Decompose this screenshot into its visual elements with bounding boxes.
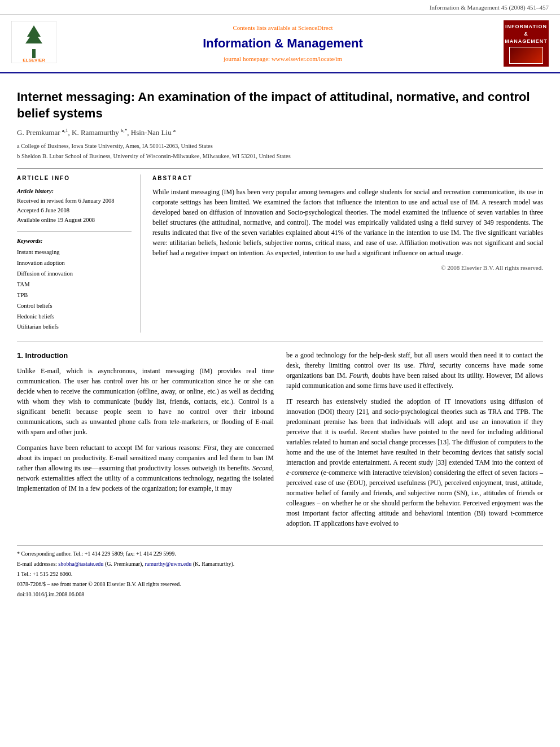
keyword-item: Instant messaging — [17, 247, 132, 258]
abstract-label: ABSTRACT — [152, 174, 543, 182]
sciencedirect-line: Contents lists available at ScienceDirec… — [68, 24, 498, 32]
sciencedirect-link-text[interactable]: ScienceDirect — [298, 24, 333, 31]
intro-para-1: Unlike E-mail, which is asynchronous, in… — [17, 366, 274, 437]
im-brand-logo: INFORMATION & MANAGEMENT — [504, 20, 549, 67]
journal-center: Contents lists available at ScienceDirec… — [68, 24, 498, 63]
keywords-label: Keywords: — [17, 237, 132, 246]
keyword-item: Innovation adoption — [17, 258, 132, 269]
body-two-columns: 1. Introduction Unlike E-mail, which is … — [17, 350, 543, 534]
journal-reference: Information & Management 45 (2008) 451–4… — [430, 4, 549, 11]
article-info-label: ARTICLE INFO — [17, 174, 132, 182]
affiliation-b: b Sheldon B. Lubar School of Business, U… — [17, 152, 543, 161]
svg-text:ELSEVIER: ELSEVIER — [23, 58, 45, 63]
main-content: Internet messaging: An examination of th… — [0, 73, 560, 611]
footnote-section: * Corresponding author. Tel.: +1 414 229… — [17, 545, 543, 599]
history-available: Available online 19 August 2008 — [17, 216, 132, 225]
top-bar: Information & Management 45 (2008) 451–4… — [0, 0, 560, 15]
body-left-column: 1. Introduction Unlike E-mail, which is … — [17, 350, 274, 534]
homepage-url[interactable]: www.elsevier.com/locate/im — [272, 55, 342, 62]
abstract-column: ABSTRACT While instant messaging (IM) ha… — [152, 174, 543, 333]
keywords-section: Keywords: Instant messagingInnovation ad… — [17, 237, 132, 333]
article-title: Internet messaging: An examination of th… — [17, 89, 543, 121]
im-logo-line1: INFORMATION — [505, 23, 548, 30]
article-info-abstract-section: ARTICLE INFO Article history: Received i… — [17, 174, 543, 333]
footnote-email: E-mail addresses: shobha@iastate.edu (G.… — [17, 560, 543, 569]
divider-after-affiliations — [17, 168, 543, 169]
affiliation-a: a College of Business, Iowa State Univer… — [17, 142, 543, 151]
intro-para-2: Companies have been reluctant to accept … — [17, 443, 274, 493]
abstract-text: While instant messaging (IM) has been ve… — [152, 187, 543, 258]
im-logo-line3: MANAGEMENT — [505, 38, 548, 45]
footnote-issn: 0378-7206/$ – see front matter © 2008 El… — [17, 580, 543, 589]
footnote-corresponding: * Corresponding author. Tel.: +1 414 229… — [17, 549, 543, 558]
article-info-column: ARTICLE INFO Article history: Received i… — [17, 174, 141, 333]
history-label: Article history: — [17, 188, 54, 194]
keyword-item: Utilitarian beliefs — [17, 322, 132, 333]
keyword-item: TPB — [17, 290, 132, 301]
footnote-note1: 1 Tel.: +1 515 292 6060. — [17, 570, 543, 579]
elsevier-logo: ELSEVIER — [11, 21, 62, 66]
history-revised: Received in revised form 6 January 2008 — [17, 196, 132, 206]
journal-title-header: Information & Management — [68, 35, 498, 53]
divider-in-info — [17, 231, 132, 231]
authors-line: G. Premkumar a,1, K. Ramamurthy b,*, Hsi… — [17, 127, 543, 138]
footnote-doi: doi:10.1016/j.im.2008.06.008 — [17, 590, 543, 599]
history-accepted: Accepted 6 June 2008 — [17, 206, 132, 216]
article-history: Article history: Received in revised for… — [17, 187, 132, 225]
keywords-list: Instant messagingInnovation adoptionDiff… — [17, 247, 132, 333]
keyword-item: Diffusion of innovation — [17, 269, 132, 279]
journal-homepage-line: journal homepage: www.elsevier.com/locat… — [68, 55, 498, 63]
svg-rect-1 — [32, 49, 36, 58]
keyword-item: TAM — [17, 279, 132, 290]
right-para-1: be a good technology for the help-desk s… — [286, 350, 543, 391]
journal-header: ELSEVIER Contents lists available at Sci… — [0, 15, 560, 73]
keyword-item: Control beliefs — [17, 301, 132, 312]
right-para-2: IT research has extensively studied the … — [286, 396, 543, 528]
keyword-item: Hedonic beliefs — [17, 312, 132, 322]
copyright-line: © 2008 Elsevier B.V. All rights reserved… — [152, 264, 543, 272]
elsevier-logo-svg: ELSEVIER — [11, 21, 56, 63]
body-divider — [17, 342, 543, 342]
intro-heading: 1. Introduction — [17, 350, 274, 361]
affiliations: a College of Business, Iowa State Univer… — [17, 142, 543, 161]
im-logo-line2: & — [505, 30, 548, 38]
body-right-column: be a good technology for the help-desk s… — [286, 350, 543, 534]
